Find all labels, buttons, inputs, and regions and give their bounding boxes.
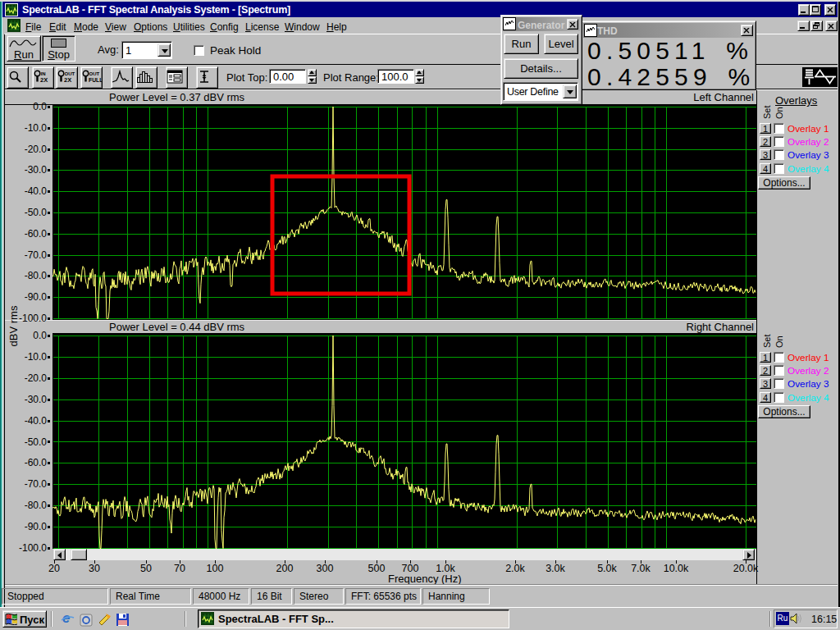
svg-text:2X: 2X — [40, 76, 48, 84]
svg-text:FULL: FULL — [89, 77, 102, 83]
svg-text:OUT: OUT — [89, 71, 100, 76]
svg-text:2X: 2X — [64, 76, 71, 84]
